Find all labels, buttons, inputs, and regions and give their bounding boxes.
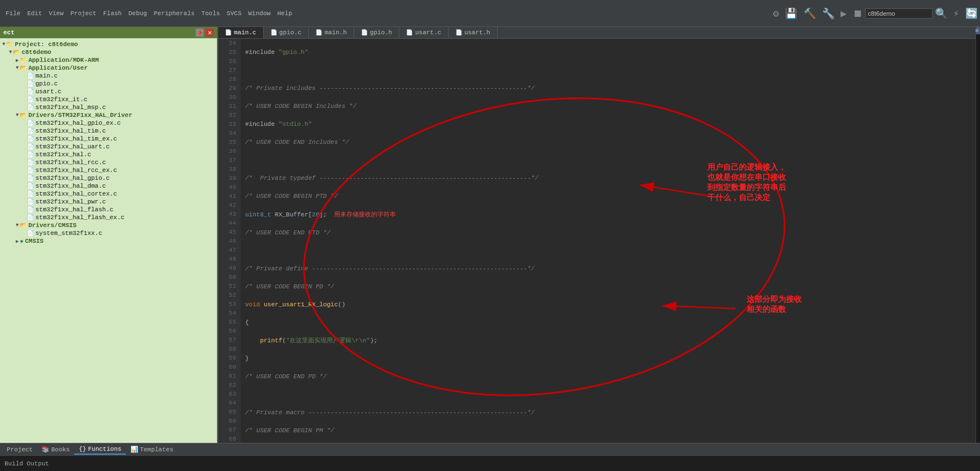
templates-icon: 📊 xyxy=(130,446,138,453)
bottom-tab-project[interactable]: Project xyxy=(2,445,37,454)
file-icon-hal-flash-ex: 📄 xyxy=(27,214,34,221)
toolbar-project[interactable]: Project xyxy=(67,9,100,18)
tab-label-usart-c: usart.c xyxy=(415,29,441,36)
toolbar-help[interactable]: Help xyxy=(274,9,295,18)
file-icon-gpio-c: 📄 xyxy=(27,80,34,87)
sidebar-cmsis-label: CMSIS xyxy=(25,238,43,244)
sidebar-project-label: Project: c8t6demo xyxy=(15,41,78,48)
sidebar-item-hal-tim[interactable]: 📄stm32f1xx_hal_tim.c xyxy=(0,127,217,135)
tab-icon-usart-c: 📄 xyxy=(406,29,413,36)
toolbar-flash[interactable]: Flash xyxy=(100,9,125,18)
file-icon-stm32-it: 📄 xyxy=(27,96,34,103)
tree-toggle-cmsis2: ▶ xyxy=(16,238,19,244)
sidebar-item-cmsis-driver[interactable]: ▼ 📂 Drivers/CMSIS xyxy=(0,221,217,229)
tabs-bar: 📄 main.c 📄 gpio.c 📄 main.h 📄 gpio.h 📄 us… xyxy=(218,27,976,39)
code-editor[interactable]: 2425262728 2930313233 3435363738 3940414… xyxy=(218,39,976,443)
output-label: Build Output xyxy=(4,460,49,467)
sidebar-header-buttons: 📌 ✕ xyxy=(196,29,214,37)
tree-toggle-root: ▼ xyxy=(9,49,12,55)
sidebar-item-hal[interactable]: 📄stm32f1xx_hal.c xyxy=(0,151,217,158)
sidebar-item-cmsis[interactable]: ▶ ◆ CMSIS xyxy=(0,237,217,245)
sidebar-item-hal-dma[interactable]: 📄stm32f1xx_hal_dma.c xyxy=(0,182,217,190)
toolbar-right-icons: 🔍 ⚡ 🔄 xyxy=(935,7,978,20)
tree-toggle-hal: ▼ xyxy=(16,112,19,118)
sidebar-item-project[interactable]: ▼ 📁 Project: c8t6demo xyxy=(0,40,217,48)
label: stm32f1xx_hal.c xyxy=(35,151,91,158)
project-icon: 📁 xyxy=(6,41,13,48)
tab-usart-c[interactable]: 📄 usart.c xyxy=(399,27,448,38)
file-icon-hal-flash: 📄 xyxy=(27,206,34,213)
toolbar-view[interactable]: View xyxy=(46,9,67,18)
sidebar-tree: ▼ 📁 Project: c8t6demo ▼ 📂 c8t6demo ▶ 📁 A… xyxy=(0,38,217,443)
functions-icon: {} xyxy=(79,446,86,452)
tab-label-gpio-c: gpio.c xyxy=(279,29,302,36)
tab-main-h[interactable]: 📄 main.h xyxy=(309,27,354,38)
sidebar-item-hal-flash[interactable]: 📄stm32f1xx_hal_flash.c xyxy=(0,206,217,214)
sidebar-item-mdk-arm[interactable]: ▶ 📁 Application/MDK-ARM xyxy=(0,56,217,64)
tab-gpio-h[interactable]: 📄 gpio.h xyxy=(354,27,400,38)
books-icon: 📚 xyxy=(42,446,49,453)
toolbar-peripherals[interactable]: Peripherals xyxy=(150,9,198,18)
sidebar-item-stm32f1xx-it[interactable]: 📄 stm32f1xx_it.c xyxy=(0,96,217,103)
bottom-tab-project-label: Project xyxy=(7,446,33,453)
sidebar-pin-button[interactable]: 📌 xyxy=(196,29,204,37)
sidebar-item-hal-pwr[interactable]: 📄stm32f1xx_hal_pwr.c xyxy=(0,198,217,206)
file-icon-hal-rcc: 📄 xyxy=(27,159,34,166)
bottom-tab-functions-label: Functions xyxy=(88,446,121,452)
code-content[interactable]: #include "gpio.h" /* Private includes --… xyxy=(241,39,976,443)
sidebar-item-hal-tim-ex[interactable]: 📄stm32f1xx_hal_tim_ex.c xyxy=(0,135,217,143)
right-sidebar-btn[interactable]: ⊞ xyxy=(976,27,980,34)
file-icon-hal-rcc-ex: 📄 xyxy=(27,167,34,174)
bottom-tab-books-label: Books xyxy=(51,446,70,453)
toolbar-tools[interactable]: Tools xyxy=(198,9,223,18)
sidebar-hal-label: Drivers/STM32F1xx_HAL_Driver xyxy=(28,112,132,119)
bottom-tab-books[interactable]: 📚 Books xyxy=(37,445,74,454)
tree-toggle-appuser: ▼ xyxy=(16,65,19,71)
tab-usart-h[interactable]: 📄 usart.h xyxy=(449,27,498,38)
file-icon-stm32-msp: 📄 xyxy=(27,104,34,111)
file-icon-hal-tim-ex: 📄 xyxy=(27,135,34,142)
tab-gpio-c[interactable]: 📄 gpio.c xyxy=(264,27,309,38)
sidebar-item-root[interactable]: ▼ 📂 c8t6demo xyxy=(0,48,217,56)
sidebar-item-hal-flash-ex[interactable]: 📄stm32f1xx_hal_flash_ex.c xyxy=(0,214,217,221)
sidebar-close-button[interactable]: ✕ xyxy=(206,29,214,37)
toolbar-edit[interactable]: Edit xyxy=(24,9,45,18)
sidebar-item-hal-driver[interactable]: ▼ 📂 Drivers/STM32F1xx_HAL_Driver xyxy=(0,111,217,119)
sidebar-item-main-c[interactable]: 📄 main.c xyxy=(0,72,217,80)
sidebar-title: ect xyxy=(3,29,15,36)
project-name-input[interactable] xyxy=(865,8,933,19)
file-icon-main-c: 📄 xyxy=(27,73,34,79)
sidebar-item-hal-cortex[interactable]: 📄stm32f1xx_hal_cortex.c xyxy=(0,190,217,198)
label: system_stm32f1xx.c xyxy=(35,230,102,237)
code-container: 2425262728 2930313233 3435363738 3940414… xyxy=(218,39,976,443)
toolbar-debug[interactable]: Debug xyxy=(125,9,150,18)
sidebar-item-gpio-ex[interactable]: 📄stm32f1xx_hal_gpio_ex.c xyxy=(0,119,217,127)
sidebar-item-stm32f1xx-msp[interactable]: 📄 stm32f1xx_hal_msp.c xyxy=(0,103,217,111)
tab-label-gpio-h: gpio.h xyxy=(370,29,392,36)
file-icon-hal-gpio: 📄 xyxy=(27,175,34,182)
file-icon-system-stm32: 📄 xyxy=(27,230,34,237)
toolbar-window[interactable]: Window xyxy=(245,9,274,18)
sidebar-item-hal-rcc[interactable]: 📄stm32f1xx_hal_rcc.c xyxy=(0,158,217,166)
file-icon-usart-c: 📄 xyxy=(27,88,34,95)
tab-label-main-h: main.h xyxy=(324,29,347,36)
file-icon-hal-tim: 📄 xyxy=(27,128,34,134)
label: stm32f1xx_hal_dma.c xyxy=(35,183,106,189)
sidebar-item-system-stm32[interactable]: 📄system_stm32f1xx.c xyxy=(0,229,217,237)
sidebar-item-hal-gpio[interactable]: 📄stm32f1xx_hal_gpio.c xyxy=(0,174,217,182)
tree-toggle-cmsis: ▼ xyxy=(16,223,19,228)
sidebar-item-hal-uart[interactable]: 📄stm32f1xx_hal_uart.c xyxy=(0,143,217,151)
toolbar-file[interactable]: File xyxy=(2,9,24,18)
bottom-tab-templates[interactable]: 📊 Templates xyxy=(126,445,178,454)
label: stm32f1xx_hal_tim.c xyxy=(35,128,106,134)
sidebar-item-usart-c[interactable]: 📄 usart.c xyxy=(0,88,217,96)
file-icon-hal-cortex: 📄 xyxy=(27,191,34,197)
sidebar-item-appuser[interactable]: ▼ 📂 Application/User xyxy=(0,64,217,72)
sidebar-item-hal-rcc-ex[interactable]: 📄stm32f1xx_hal_rcc_ex.c xyxy=(0,166,217,174)
toolbar-svcs[interactable]: SVCS xyxy=(223,9,245,18)
sidebar-item-gpio-c[interactable]: 📄 gpio.c xyxy=(0,80,217,88)
tab-icon-main-c: 📄 xyxy=(225,29,232,36)
tab-main-c[interactable]: 📄 main.c xyxy=(218,27,264,38)
bottom-tab-functions[interactable]: {} Functions xyxy=(74,445,126,455)
bottom-tab-templates-label: Templates xyxy=(140,446,173,453)
